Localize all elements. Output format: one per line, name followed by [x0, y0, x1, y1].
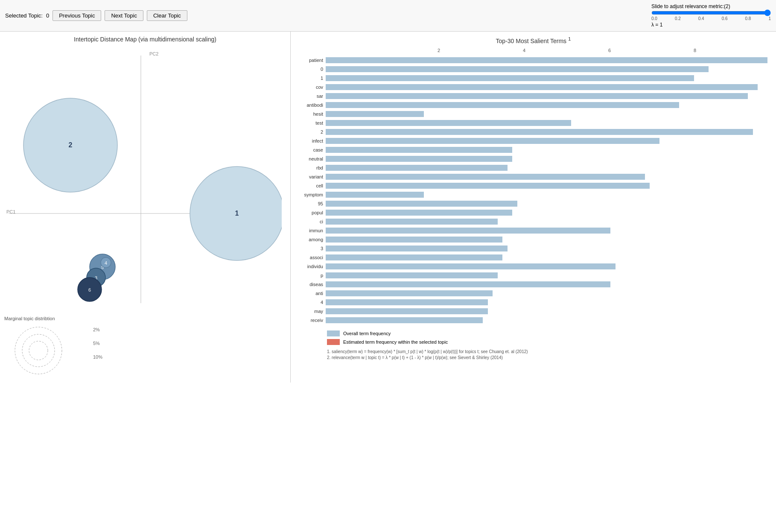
- bar-term-label: rbd: [299, 165, 326, 170]
- x-tick-label: 4: [523, 48, 525, 53]
- bars-container: patient01covsarantibodihesittest2infectc…: [299, 56, 767, 325]
- legend-label: Estimated term frequency within the sele…: [343, 339, 448, 345]
- bar-row: sar: [299, 92, 767, 100]
- bar-row: neutral: [299, 155, 767, 163]
- bar-overall: [326, 57, 767, 63]
- bar-row: 4: [299, 298, 767, 306]
- bar-track: [326, 165, 767, 171]
- slider-tick: 0.6: [722, 16, 728, 21]
- bar-term-label: among: [299, 237, 326, 242]
- slider-label: Slide to adjust relevance metric:(2): [651, 3, 730, 9]
- bar-row: 2: [299, 128, 767, 136]
- bar-row: receiv: [299, 316, 767, 324]
- bar-term-label: cell: [299, 183, 326, 188]
- relevance-slider[interactable]: [651, 9, 771, 16]
- bar-overall: [326, 228, 610, 234]
- bar-term-label: individu: [299, 264, 326, 269]
- slider-container: Slide to adjust relevance metric:(2) 0.0…: [651, 3, 771, 28]
- topic-label-1: 1: [235, 210, 239, 217]
- bar-row: p: [299, 272, 767, 279]
- pc1-axis-label: PC1: [6, 209, 15, 214]
- bar-term-label: cov: [299, 85, 326, 90]
- bar-row: test: [299, 119, 767, 127]
- bar-row: symptom: [299, 191, 767, 199]
- bar-term-label: infect: [299, 138, 326, 143]
- bar-overall: [326, 290, 493, 296]
- clear-topic-button[interactable]: Clear Topic: [147, 10, 187, 21]
- bar-term-label: hesit: [299, 111, 326, 117]
- bar-overall: [326, 102, 679, 108]
- marginal-label-item: 2%: [93, 327, 102, 332]
- bar-track: [326, 201, 767, 207]
- slider-tick: 0.0: [651, 16, 657, 21]
- bar-overall: [326, 219, 498, 225]
- pc2-axis-label: PC2: [149, 51, 158, 56]
- chart-footnote-mark: 1: [568, 36, 571, 41]
- chart-title: Top-30 Most Salient Terms 1: [299, 36, 767, 44]
- bar-term-label: 1: [299, 76, 326, 81]
- main-content: Intertopic Distance Map (via multidimens…: [0, 32, 776, 383]
- slider-ticks: 0.00.20.40.60.81: [651, 16, 771, 21]
- x-tick-label: 6: [608, 48, 611, 53]
- bar-row: diseas: [299, 281, 767, 288]
- previous-topic-button[interactable]: Previous Topic: [53, 10, 101, 21]
- bar-track: [326, 281, 767, 287]
- bar-track: [326, 237, 767, 243]
- bar-track: [326, 93, 767, 99]
- bar-term-label: p: [299, 273, 326, 278]
- legend-area: Overall term frequencyEstimated term fre…: [327, 330, 767, 345]
- bar-overall: [326, 138, 659, 144]
- legend-item: Overall term frequency: [327, 330, 767, 336]
- lambda-label: λ = 1: [651, 22, 662, 28]
- bar-row: 3: [299, 245, 767, 252]
- bar-term-label: variant: [299, 174, 326, 179]
- marginal-circle: [29, 341, 48, 360]
- bar-track: [326, 219, 767, 225]
- top-bar: Selected Topic: 0 Previous Topic Next To…: [0, 0, 776, 32]
- bar-term-label: associ: [299, 255, 326, 260]
- bar-term-label: symptom: [299, 192, 326, 197]
- bar-row: cov: [299, 83, 767, 91]
- bar-track: [326, 299, 767, 305]
- marginal-circle: [22, 334, 55, 367]
- bar-track: [326, 308, 767, 314]
- intertopic-map-svg[interactable]: 215364: [4, 47, 282, 312]
- marginal-legend: 2%5%10%: [93, 327, 102, 368]
- bar-row: cell: [299, 182, 767, 190]
- bar-overall: [326, 210, 512, 216]
- bar-row: 95: [299, 200, 767, 208]
- bar-overall: [326, 93, 748, 99]
- bar-overall: [326, 66, 709, 72]
- bar-track: [326, 290, 767, 296]
- footnotes: 1. saliency(term w) = frequency(w) * [su…: [327, 349, 767, 360]
- marginal-section: Marginal topic distribtion 2%5%10%: [4, 316, 286, 378]
- bar-track: [326, 272, 767, 278]
- bar-term-label: anti: [299, 291, 326, 296]
- left-panel: Intertopic Distance Map (via multidimens…: [0, 32, 290, 383]
- bar-row: infect: [299, 137, 767, 145]
- bar-row: antibodi: [299, 101, 767, 109]
- bar-overall: [326, 156, 512, 162]
- bar-track: [326, 120, 767, 126]
- bar-term-label: 4: [299, 300, 326, 305]
- bar-overall: [326, 129, 753, 135]
- top-bar-left: Selected Topic: 0 Previous Topic Next To…: [5, 10, 187, 21]
- bar-overall: [326, 237, 502, 243]
- bar-track: [326, 102, 767, 108]
- topic-label-2: 2: [69, 141, 73, 149]
- bar-term-label: diseas: [299, 282, 326, 287]
- intertopic-map-title: Intertopic Distance Map (via multidimens…: [4, 36, 286, 43]
- bar-term-label: popul: [299, 210, 326, 215]
- bar-overall: [326, 192, 424, 198]
- bar-term-label: 2: [299, 129, 326, 134]
- bar-row: 1: [299, 74, 767, 82]
- bar-row: case: [299, 146, 767, 154]
- bar-row: anti: [299, 289, 767, 297]
- bar-track: [326, 192, 767, 198]
- slider-tick: 0.4: [698, 16, 704, 21]
- topic-label-4: 4: [105, 260, 107, 266]
- bar-track: [326, 183, 767, 189]
- bar-term-label: immun: [299, 228, 326, 233]
- selected-topic-value: 0: [46, 12, 49, 19]
- next-topic-button[interactable]: Next Topic: [105, 10, 143, 21]
